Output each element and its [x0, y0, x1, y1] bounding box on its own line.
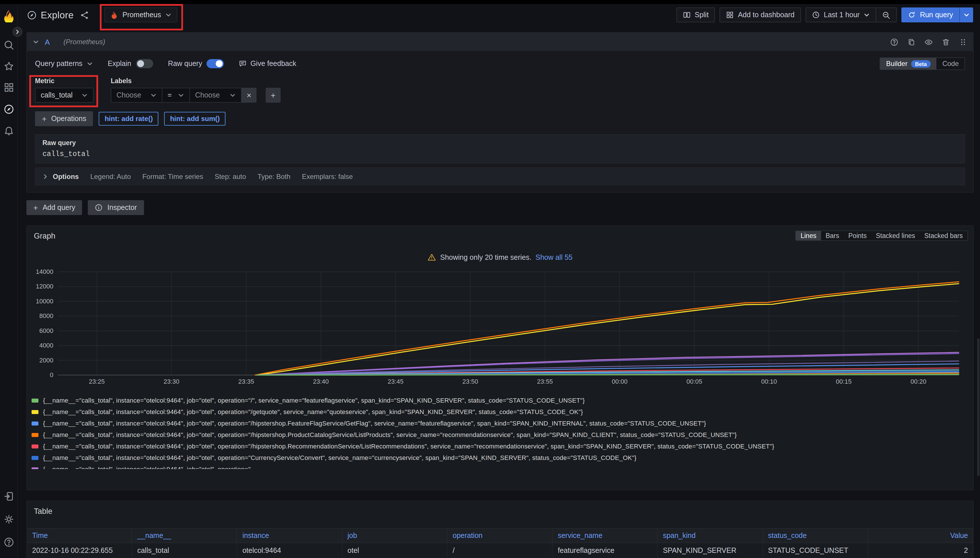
svg-text:00:10: 00:10 — [761, 378, 777, 385]
inspector-button[interactable]: Inspector — [88, 200, 144, 215]
graph-mode-stacked-lines[interactable]: Stacked lines — [871, 231, 920, 240]
option-legend: Legend: Auto — [90, 172, 131, 181]
column-header-instance[interactable]: instance — [237, 528, 342, 543]
options-expander[interactable]: Options — [43, 172, 79, 181]
svg-text:23:35: 23:35 — [238, 378, 254, 385]
svg-text:2000: 2000 — [39, 357, 53, 364]
graph-mode-stacked-bars[interactable]: Stacked bars — [920, 231, 967, 240]
explain-toggle[interactable] — [136, 59, 153, 68]
series-yellow — [258, 284, 959, 375]
time-range-button[interactable]: Last 1 hour — [806, 8, 876, 22]
sidebar-expand-button[interactable] — [13, 27, 22, 37]
prometheus-icon — [110, 11, 118, 19]
svg-text:23:50: 23:50 — [462, 378, 478, 385]
dashboard-grid-icon — [726, 11, 734, 19]
legend-swatch — [31, 398, 38, 402]
svg-text:00:15: 00:15 — [836, 378, 852, 385]
page-scrollbar-thumb[interactable] — [977, 338, 980, 476]
hint-add-sum-button[interactable]: hint: add sum() — [164, 112, 225, 126]
legend-item[interactable]: {__name__="calls_total", instance="otelc… — [31, 440, 973, 452]
column-header-value[interactable]: Value — [868, 528, 973, 543]
query-patterns-dropdown[interactable]: Query patterns — [35, 60, 93, 68]
label-operator-select[interactable]: = — [163, 88, 190, 103]
svg-text:23:40: 23:40 — [313, 378, 329, 385]
collapse-chevron-icon[interactable] — [33, 39, 39, 45]
drag-handle-icon[interactable] — [959, 38, 967, 46]
sidebar-search[interactable] — [3, 39, 14, 51]
legend-item[interactable]: {__name__="calls_total", instance="otelc… — [31, 406, 973, 417]
sidebar-dashboards[interactable] — [3, 82, 14, 93]
column-header-span-kind[interactable]: span_kind — [658, 528, 763, 543]
column-header--name-[interactable]: __name__ — [132, 528, 237, 543]
sidebar-starred[interactable] — [3, 61, 14, 72]
column-header-operation[interactable]: operation — [447, 528, 552, 543]
option-step: Step: auto — [215, 172, 246, 181]
share-icon[interactable] — [80, 10, 90, 20]
add-query-button[interactable]: + Add query — [26, 200, 82, 215]
trash-icon[interactable] — [942, 38, 950, 46]
clock-icon — [812, 11, 820, 19]
svg-text:23:55: 23:55 — [537, 378, 553, 385]
table-panel: Table Time__name__instancejoboperationse… — [26, 501, 974, 558]
sidebar-sign-in[interactable] — [3, 491, 14, 502]
chevron-down-icon — [150, 92, 157, 98]
label-value-select[interactable]: Choose — [190, 88, 242, 103]
show-all-series-link[interactable]: Show all 55 — [535, 253, 572, 261]
add-label-button[interactable]: + — [266, 88, 281, 103]
gear-icon — [3, 514, 14, 525]
add-to-dashboard-button[interactable]: Add to dashboard — [720, 7, 801, 22]
tab-builder[interactable]: Builder Beta — [880, 58, 937, 69]
sidebar-configuration[interactable] — [3, 514, 14, 525]
help-circle-icon[interactable] — [890, 38, 898, 46]
legend-item[interactable]: {__name__="calls_total", instance="otelc… — [31, 395, 973, 406]
legend-item[interactable]: {__name__="calls_total", instance="otelc… — [31, 452, 973, 463]
option-type: Type: Both — [258, 172, 291, 181]
operations-button[interactable]: + Operations — [35, 111, 93, 126]
legend-label: {__name__="calls_total", instance="otelc… — [43, 397, 585, 404]
compass-icon — [27, 10, 37, 20]
column-header-job[interactable]: job — [342, 528, 447, 543]
query-editor-panel: A (Prometheus) Query — [26, 32, 974, 193]
label-key-select[interactable]: Choose — [111, 88, 163, 103]
chevron-down-icon — [864, 12, 870, 18]
legend-item[interactable]: {__name__="calls_total", instance="otelc… — [31, 417, 973, 429]
metric-field-group: Metric calls_total — [35, 77, 94, 103]
metric-select[interactable]: calls_total — [35, 88, 94, 103]
table-row: 2022-10-16 00:22:29.655calls_totalotelco… — [27, 543, 973, 558]
legend-item[interactable]: {__name__="calls_total", instance="otelc… — [31, 463, 973, 469]
window-top-strip — [0, 0, 980, 4]
sidebar-help[interactable] — [3, 537, 14, 548]
raw-query-toggle[interactable] — [207, 59, 224, 68]
datasource-picker[interactable]: Prometheus — [105, 7, 177, 22]
copy-icon[interactable] — [907, 38, 916, 46]
remove-label-button[interactable]: × — [242, 88, 257, 103]
column-header-status-code[interactable]: status_code — [763, 528, 868, 543]
column-header-time[interactable]: Time — [27, 528, 132, 543]
run-query-button[interactable]: Run query — [902, 7, 973, 22]
hint-add-rate-button[interactable]: hint: add rate() — [99, 112, 159, 126]
chevron-down-icon — [178, 92, 184, 98]
sidebar-explore[interactable] — [3, 104, 14, 115]
query-row-header[interactable]: A (Prometheus) — [27, 33, 973, 51]
time-series-chart[interactable]: 0200040006000800010000120001400023:2523:… — [30, 267, 967, 387]
legend-swatch — [31, 421, 38, 425]
zoom-out-button[interactable] — [876, 8, 896, 22]
graph-mode-lines[interactable]: Lines — [796, 231, 821, 240]
graph-mode-points[interactable]: Points — [844, 231, 871, 240]
svg-text:00:00: 00:00 — [612, 378, 627, 385]
eye-icon[interactable] — [924, 38, 933, 46]
raw-query-preview: Raw query calls_total — [35, 134, 965, 163]
run-query-dropdown[interactable] — [959, 7, 973, 22]
dashboards-grid-icon — [3, 82, 14, 93]
compass-icon — [3, 104, 14, 115]
split-button[interactable]: Split — [676, 7, 715, 22]
sidebar-alerting[interactable] — [3, 126, 14, 136]
tab-code[interactable]: Code — [937, 58, 965, 69]
legend-item[interactable]: {__name__="calls_total", instance="otelc… — [31, 429, 973, 440]
give-feedback-link[interactable]: Give feedback — [239, 60, 296, 68]
legend-label: {__name__="calls_total", instance="otelc… — [43, 443, 774, 450]
column-header-service-name[interactable]: service_name — [552, 528, 658, 543]
graph-mode-bars[interactable]: Bars — [821, 231, 844, 240]
chart-legend: {__name__="calls_total", instance="otelc… — [31, 395, 973, 469]
grafana-logo-icon[interactable] — [2, 9, 15, 22]
